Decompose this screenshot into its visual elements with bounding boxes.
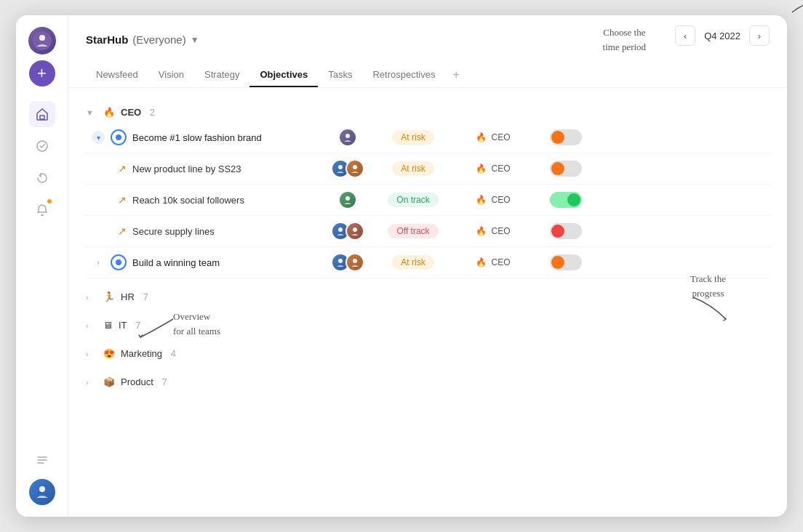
table-row[interactable]: ↗ Secure supply lines <box>86 216 770 247</box>
team-group-product: › 📦 Product 7 <box>86 372 770 392</box>
team-header-marketing[interactable]: › 😍 Marketing 4 <box>86 344 770 363</box>
team-name: CEO <box>491 257 510 267</box>
ceo-objectives: ▾ Become #1 slow fashion brand <box>86 122 770 278</box>
team-cell: 🔥 CEO <box>450 132 537 142</box>
progress-toggle[interactable] <box>550 192 582 208</box>
chevron-it-icon: › <box>86 321 97 330</box>
avatar <box>345 253 364 272</box>
team-name: CEO <box>491 195 510 205</box>
tab-retrospectives[interactable]: Retrospectives <box>362 63 445 87</box>
svg-point-5 <box>345 134 350 138</box>
header: StarHub (Everyone) ▼ Choose thetime peri… <box>68 15 787 88</box>
progress-cell <box>537 192 595 208</box>
team-emoji: 🔥 <box>476 195 487 205</box>
period-nav: ‹ Q4 2022 › <box>675 25 770 46</box>
product-emoji: 📦 <box>103 376 115 387</box>
tab-strategy[interactable]: Strategy <box>194 63 249 87</box>
hr-count: 7 <box>140 291 148 302</box>
team-emoji: 🔥 <box>476 164 487 174</box>
status-cell: At risk <box>377 255 450 270</box>
avatars-cell <box>319 253 377 272</box>
avatar <box>345 222 364 241</box>
avatars-cell <box>319 190 377 209</box>
progress-toggle[interactable] <box>550 129 582 145</box>
expand-icon[interactable]: ▾ <box>92 131 105 144</box>
marketing-emoji: 😍 <box>103 348 115 359</box>
hr-name: HR <box>121 291 135 302</box>
kr-name: New product line by SS23 <box>132 164 241 174</box>
ceo-count: 2 <box>147 107 155 118</box>
bell-icon[interactable] <box>29 197 55 223</box>
svg-point-11 <box>338 259 343 263</box>
status-badge: At risk <box>392 161 434 176</box>
progress-toggle[interactable] <box>550 161 582 177</box>
progress-cell <box>537 161 595 177</box>
title-text: StarHub <box>86 33 128 46</box>
expand-icon[interactable]: › <box>92 256 105 269</box>
chevron-product-icon: › <box>86 378 97 387</box>
tab-objectives[interactable]: Objectives <box>249 63 318 87</box>
marketing-name: Marketing <box>121 348 162 359</box>
progress-toggle[interactable] <box>550 223 582 239</box>
main-content: StarHub (Everyone) ▼ Choose thetime peri… <box>68 15 787 517</box>
progress-toggle[interactable] <box>550 254 582 270</box>
product-name: Product <box>121 376 153 387</box>
chevron-down-icon: ▼ <box>191 35 199 45</box>
team-header-ceo[interactable]: ▼ 🔥 CEO 2 <box>86 102 770 122</box>
svg-point-10 <box>353 227 357 232</box>
period-next-button[interactable]: › <box>749 25 770 46</box>
progress-cell <box>537 254 595 270</box>
objective-icon <box>111 129 127 145</box>
progress-cell <box>537 223 595 239</box>
table-row[interactable]: ▾ Become #1 slow fashion brand <box>86 122 770 153</box>
status-badge: At risk <box>392 255 434 270</box>
list-icon[interactable] <box>29 447 55 473</box>
avatars-cell <box>319 222 377 241</box>
kr-name: Secure supply lines <box>132 226 215 237</box>
team-group-hr: › 🏃 HR 7 <box>86 287 770 307</box>
kr-name: Reach 10k social followers <box>132 195 244 206</box>
status-badge: On track <box>388 193 438 207</box>
status-badge: Off track <box>388 224 438 238</box>
status-cell: Off track <box>377 224 450 238</box>
table-row[interactable]: ↗ New product line by SS23 <box>86 153 770 185</box>
annotation-overview: Overviewfor all teams <box>173 310 220 338</box>
trend-up-icon: ↗ <box>118 163 127 174</box>
tab-tasks[interactable]: Tasks <box>318 63 362 87</box>
home-icon[interactable] <box>29 101 55 127</box>
team-header-hr[interactable]: › 🏃 HR 7 <box>86 287 770 307</box>
svg-point-1 <box>39 35 45 41</box>
tab-newsfeed[interactable]: Newsfeed <box>86 63 148 87</box>
objective-name: Build a winning team <box>132 257 220 268</box>
add-button[interactable]: + <box>29 60 55 86</box>
user-avatar[interactable] <box>29 479 55 505</box>
app-title[interactable]: StarHub (Everyone) ▼ <box>86 33 199 46</box>
status-cell: At risk <box>377 161 450 176</box>
tab-add-button[interactable]: + <box>445 63 466 87</box>
team-cell: 🔥 CEO <box>450 257 537 267</box>
subtitle-text: (Everyone) <box>132 33 185 46</box>
table-row[interactable]: ↗ Reach 10k social followers On track <box>86 185 770 216</box>
svg-point-4 <box>39 486 45 492</box>
refresh-icon[interactable] <box>29 165 55 191</box>
table-row[interactable]: › Build a winning team <box>86 247 770 278</box>
check-icon[interactable] <box>29 133 55 159</box>
team-emoji: 🔥 <box>476 257 487 267</box>
objective-name: Become #1 slow fashion brand <box>132 132 262 143</box>
status-badge: At risk <box>392 130 434 145</box>
svg-point-9 <box>338 227 343 232</box>
svg-point-12 <box>353 259 357 263</box>
app-logo[interactable] <box>28 27 56 55</box>
team-cell: 🔥 CEO <box>450 195 537 205</box>
sidebar: + <box>16 15 68 517</box>
content-area: ▼ 🔥 CEO 2 ▾ Become #1 slow fashion brand <box>68 88 787 517</box>
period-prev-button[interactable]: ‹ <box>675 25 695 46</box>
avatars-cell <box>319 128 377 147</box>
team-name: CEO <box>491 164 510 174</box>
svg-rect-2 <box>40 116 44 119</box>
tab-vision[interactable]: Vision <box>148 63 194 87</box>
chevron-hr-icon: › <box>86 293 97 302</box>
team-header-product[interactable]: › 📦 Product 7 <box>86 372 770 392</box>
nav-tabs: Newsfeed Vision Strategy Objectives Task… <box>86 63 770 87</box>
avatar <box>338 128 357 147</box>
